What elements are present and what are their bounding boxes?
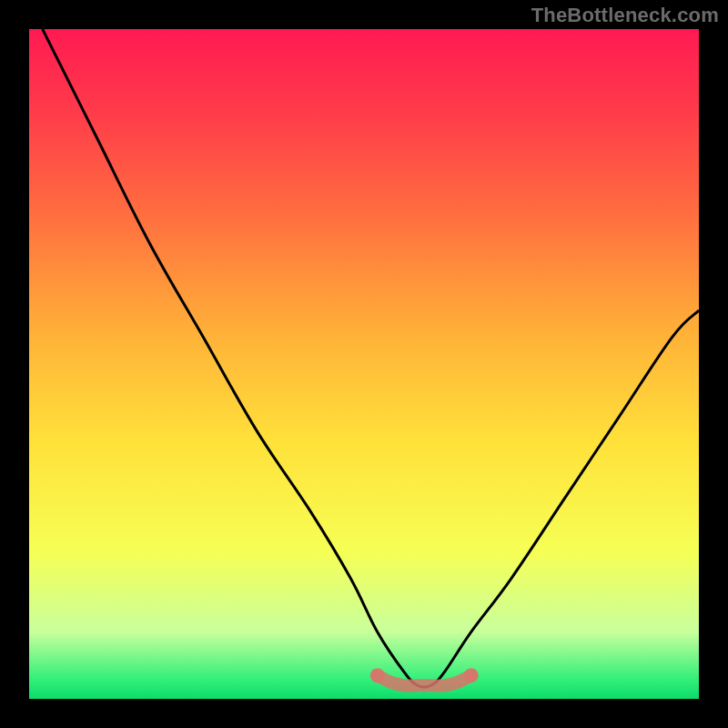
gradient-background: [29, 29, 699, 699]
watermark-text: TheBottleneck.com: [531, 4, 719, 27]
chart-frame: TheBottleneck.com: [0, 0, 728, 728]
chart-svg: [29, 29, 699, 699]
optimal-band-end: [464, 668, 479, 682]
optimal-band-end: [370, 668, 385, 682]
plot-area: [29, 29, 699, 699]
